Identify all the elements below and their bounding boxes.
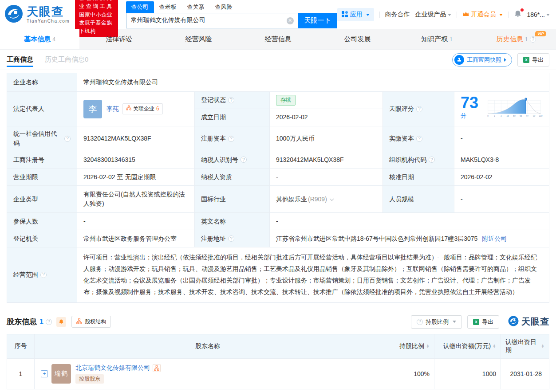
- org-code-value: MAK5LQX3-8: [454, 151, 549, 169]
- org-code-label: 组织机构代码?: [383, 151, 454, 169]
- staff-size-value: -: [454, 186, 549, 213]
- industry-value[interactable]: 其他娱乐业(R909): [270, 186, 383, 213]
- svg-text:50: 50: [513, 115, 516, 117]
- help-icon[interactable]: ?: [416, 106, 422, 112]
- help-icon[interactable]: ?: [241, 157, 247, 163]
- related-companies-badge[interactable]: 关联企业 6: [122, 103, 163, 114]
- reg-capital-label: 注册资本?: [195, 126, 270, 151]
- export-button[interactable]: x 导出: [517, 53, 549, 67]
- subtab-history-business-info[interactable]: 历史工商信息0: [45, 50, 88, 70]
- help-icon[interactable]: ?: [228, 235, 234, 242]
- tianyancha-swirl-icon: [508, 316, 519, 328]
- search-zone: 查公司 查老板 查关系 查风险 ✕ 天眼一下: [126, 1, 337, 28]
- official-snapshot-button[interactable]: 工商官网快照: [452, 53, 512, 67]
- org-chart-icon: [126, 105, 131, 113]
- vip-upgrade-menu[interactable]: 开通会员: [462, 11, 503, 19]
- address-value: 江苏省常州市武进区常武中路18-67号中国以色列常州创新园17幢3层3075 附…: [270, 230, 549, 247]
- en-name-label: 英文名称: [195, 213, 270, 230]
- address-label: 注册地址?: [195, 230, 270, 247]
- sort-icon[interactable]: ▲▼: [541, 345, 544, 348]
- monitor-bell-button[interactable]: [56, 317, 66, 327]
- help-icon[interactable]: ?: [40, 272, 47, 278]
- help-icon[interactable]: ?: [429, 157, 435, 163]
- shareholder-avatar[interactable]: 瑞鹤: [51, 364, 71, 384]
- tab-basic-info[interactable]: 基本信息4: [0, 29, 79, 49]
- shareholders-export-button[interactable]: x 导出: [467, 315, 499, 329]
- paid-capital-value: -: [454, 126, 549, 151]
- svg-text:100: 100: [539, 115, 542, 117]
- bell-icon: [59, 319, 64, 325]
- tianyancha-swirl-icon: [4, 4, 23, 25]
- equity-structure-button[interactable]: 股权结构: [71, 316, 111, 328]
- reg-no-label: 工商注册号: [7, 151, 77, 169]
- company-name-label: 企业名称: [7, 73, 77, 92]
- search-tab-relation[interactable]: 查关系: [182, 1, 210, 13]
- reg-capital-value: 1000万人民币: [270, 126, 383, 151]
- ratio-filter-button[interactable]: ? 持股比例: [411, 315, 462, 329]
- search-button[interactable]: 天眼一下: [298, 13, 337, 28]
- score-value: 73: [461, 94, 478, 112]
- notifications-bell[interactable]: [514, 10, 522, 20]
- col-ratio[interactable]: 持股比例▲▼: [381, 334, 434, 358]
- tianyancha-logo[interactable]: 天眼查 TianYanCha.com: [4, 4, 70, 25]
- company-name-value: 常州瑞鹤文化传媒有限公司: [77, 73, 549, 92]
- help-icon[interactable]: ?: [64, 136, 71, 142]
- help-icon[interactable]: ?: [46, 319, 52, 325]
- chevron-down-icon: [499, 14, 503, 16]
- tab-ip[interactable]: 知识产权1: [397, 29, 477, 49]
- shareholder-name-link[interactable]: 北京瑞鹤文化传媒有限公司: [75, 364, 150, 372]
- legal-rep-cell: 李 李莼 关联企业 6: [77, 92, 195, 126]
- help-icon[interactable]: ?: [530, 36, 536, 43]
- stamp-icon: [454, 55, 464, 65]
- expand-icon[interactable]: +: [41, 370, 48, 377]
- apps-menu[interactable]: 应用: [337, 8, 374, 21]
- company-type-label: 企业类型: [7, 186, 77, 213]
- tab-development[interactable]: 公司发展: [318, 29, 397, 49]
- tab-operation-info[interactable]: 经营信息: [238, 29, 318, 49]
- help-icon[interactable]: ?: [416, 136, 422, 142]
- search-input[interactable]: [126, 13, 298, 28]
- tab-legal[interactable]: 法律诉讼: [79, 29, 159, 49]
- search-tab-boss[interactable]: 查老板: [154, 1, 182, 13]
- nearby-companies-link[interactable]: 附近公司: [482, 234, 507, 244]
- tab-history[interactable]: VIP 历史信息1 ?: [477, 29, 556, 49]
- shareholders-table: 序号 股东名称 持股比例▲▼ 认缴出资额(万元)▲▼ 认缴出资日期▲▼ 1 + …: [7, 334, 549, 389]
- score-cell[interactable]: 73分: [454, 92, 549, 126]
- legal-rep-avatar[interactable]: 李: [83, 100, 102, 118]
- scope-value: 许可项目：营业性演出；演出经纪（依法须经批准的项目，经相关部门批准后方可开展经营…: [77, 247, 549, 302]
- insured-label: 参保人数: [7, 213, 77, 230]
- tax-id-label: 纳税人识别号?: [195, 151, 270, 169]
- est-date-value: 2026-02-02: [270, 109, 383, 126]
- approve-date-value: 2026-02-02: [454, 169, 549, 186]
- org-chart-icon[interactable]: [153, 364, 161, 372]
- sort-icon[interactable]: ▲▼: [426, 345, 430, 348]
- search-tab-company[interactable]: 查公司: [126, 1, 154, 13]
- term-value: 2026-02-02 至 无固定期限: [77, 169, 195, 186]
- tab-operation-risk[interactable]: 经营风险: [159, 29, 238, 49]
- business-info-table: 企业名称 常州瑞鹤文化传媒有限公司 法定代表人 李 李莼 关联企业 6 登记状态…: [7, 73, 549, 303]
- excel-icon: x: [523, 57, 529, 63]
- sort-icon[interactable]: ▲▼: [493, 345, 496, 348]
- industry-label: 国标行业: [195, 186, 270, 213]
- svg-text:65: 65: [520, 115, 522, 117]
- tianyancha-watermark: 天眼查: [508, 316, 549, 328]
- col-date[interactable]: 认缴出资日期▲▼: [501, 334, 549, 358]
- subtab-business-info[interactable]: 工商信息: [7, 50, 33, 70]
- tax-qual-label: 纳税人资质: [195, 169, 270, 186]
- col-amount[interactable]: 认缴出资额(万元)▲▼: [434, 334, 501, 358]
- chevron-down-icon: [448, 14, 451, 16]
- tax-qual-value: -: [270, 169, 383, 186]
- help-icon[interactable]: ?: [228, 136, 234, 142]
- logo-subtitle: TianYanCha.com: [27, 19, 70, 24]
- staff-size-label: 人员规模: [383, 186, 454, 213]
- clear-icon[interactable]: ✕: [287, 17, 294, 24]
- help-icon[interactable]: ?: [228, 97, 234, 103]
- term-label: 营业期限: [7, 169, 77, 186]
- account-menu[interactable]: 186*...: [527, 11, 550, 18]
- shareholders-table-header: 序号 股东名称 持股比例▲▼ 认缴出资额(万元)▲▼ 认缴出资日期▲▼: [7, 334, 549, 358]
- search-tab-risk[interactable]: 查风险: [210, 1, 238, 13]
- enterprise-product-menu[interactable]: 企业级产品: [415, 11, 451, 19]
- biz-coop-link[interactable]: 商务合作: [385, 11, 410, 19]
- table-row: 1 + 瑞鹤 北京瑞鹤文化传媒有限公司 控股股东 100% 1000 2031-…: [7, 358, 549, 389]
- legal-rep-link[interactable]: 李莼: [106, 104, 119, 114]
